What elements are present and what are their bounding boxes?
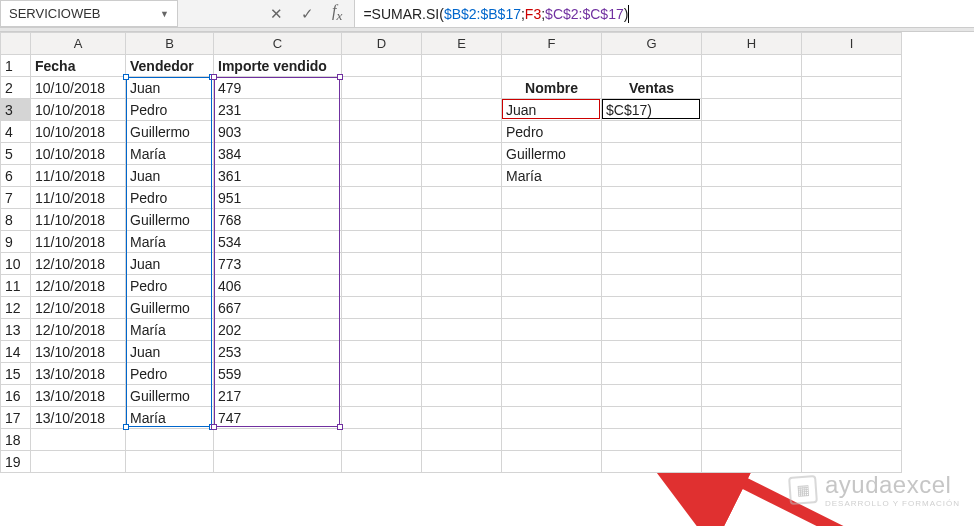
cell-B9[interactable]: María — [126, 231, 214, 253]
cell-F13[interactable] — [502, 319, 602, 341]
cell-A9[interactable]: 11/10/2018 — [31, 231, 126, 253]
cell-H15[interactable] — [702, 363, 802, 385]
cell-F8[interactable] — [502, 209, 602, 231]
cell-E16[interactable] — [422, 385, 502, 407]
cell-F9[interactable] — [502, 231, 602, 253]
cell-I15[interactable] — [802, 363, 902, 385]
col-header-H[interactable]: H — [702, 33, 802, 55]
cell-H19[interactable] — [702, 451, 802, 473]
cell-C11[interactable]: 406 — [214, 275, 342, 297]
cell-G5[interactable] — [602, 143, 702, 165]
col-header-I[interactable]: I — [802, 33, 902, 55]
row-header-7[interactable]: 7 — [1, 187, 31, 209]
cell-D19[interactable] — [342, 451, 422, 473]
cell-D12[interactable] — [342, 297, 422, 319]
cell-D4[interactable] — [342, 121, 422, 143]
cell-G19[interactable] — [602, 451, 702, 473]
cell-A1[interactable]: Fecha — [31, 55, 126, 77]
cell-C16[interactable]: 217 — [214, 385, 342, 407]
cell-C8[interactable]: 768 — [214, 209, 342, 231]
cell-A18[interactable] — [31, 429, 126, 451]
col-header-B[interactable]: B — [126, 33, 214, 55]
cell-F17[interactable] — [502, 407, 602, 429]
cell-E1[interactable] — [422, 55, 502, 77]
cell-H4[interactable] — [702, 121, 802, 143]
cell-G12[interactable] — [602, 297, 702, 319]
cell-I1[interactable] — [802, 55, 902, 77]
cell-C19[interactable] — [214, 451, 342, 473]
cell-C7[interactable]: 951 — [214, 187, 342, 209]
row-header-2[interactable]: 2 — [1, 77, 31, 99]
cell-A3[interactable]: 10/10/2018 — [31, 99, 126, 121]
cell-G7[interactable] — [602, 187, 702, 209]
spreadsheet-grid[interactable]: A B C D E F G H I 1FechaVendedorImporte … — [0, 32, 974, 473]
cell-H9[interactable] — [702, 231, 802, 253]
cell-B2[interactable]: Juan — [126, 77, 214, 99]
cell-C2[interactable]: 479 — [214, 77, 342, 99]
cell-I14[interactable] — [802, 341, 902, 363]
cell-E18[interactable] — [422, 429, 502, 451]
cell-A7[interactable]: 11/10/2018 — [31, 187, 126, 209]
cell-D6[interactable] — [342, 165, 422, 187]
cell-F15[interactable] — [502, 363, 602, 385]
cell-I18[interactable] — [802, 429, 902, 451]
cell-I6[interactable] — [802, 165, 902, 187]
cell-B12[interactable]: Guillermo — [126, 297, 214, 319]
cell-D8[interactable] — [342, 209, 422, 231]
cell-E5[interactable] — [422, 143, 502, 165]
cell-C6[interactable]: 361 — [214, 165, 342, 187]
row-header-17[interactable]: 17 — [1, 407, 31, 429]
cell-A12[interactable]: 12/10/2018 — [31, 297, 126, 319]
col-header-E[interactable]: E — [422, 33, 502, 55]
cell-G15[interactable] — [602, 363, 702, 385]
cell-G8[interactable] — [602, 209, 702, 231]
cell-I19[interactable] — [802, 451, 902, 473]
cell-I4[interactable] — [802, 121, 902, 143]
cell-G6[interactable] — [602, 165, 702, 187]
cell-G16[interactable] — [602, 385, 702, 407]
cell-H11[interactable] — [702, 275, 802, 297]
cell-I11[interactable] — [802, 275, 902, 297]
col-header-D[interactable]: D — [342, 33, 422, 55]
cell-E9[interactable] — [422, 231, 502, 253]
cell-F3[interactable]: Juan — [502, 99, 602, 121]
cell-C18[interactable] — [214, 429, 342, 451]
cell-G10[interactable] — [602, 253, 702, 275]
cell-F4[interactable]: Pedro — [502, 121, 602, 143]
cell-A17[interactable]: 13/10/2018 — [31, 407, 126, 429]
cell-A19[interactable] — [31, 451, 126, 473]
cell-D9[interactable] — [342, 231, 422, 253]
cell-E2[interactable] — [422, 77, 502, 99]
cell-H1[interactable] — [702, 55, 802, 77]
row-header-8[interactable]: 8 — [1, 209, 31, 231]
cell-H10[interactable] — [702, 253, 802, 275]
cell-B4[interactable]: Guillermo — [126, 121, 214, 143]
cell-A11[interactable]: 12/10/2018 — [31, 275, 126, 297]
cell-H14[interactable] — [702, 341, 802, 363]
cell-H6[interactable] — [702, 165, 802, 187]
cell-H2[interactable] — [702, 77, 802, 99]
cell-B19[interactable] — [126, 451, 214, 473]
row-header-5[interactable]: 5 — [1, 143, 31, 165]
row-header-12[interactable]: 12 — [1, 297, 31, 319]
cell-B5[interactable]: María — [126, 143, 214, 165]
cell-D11[interactable] — [342, 275, 422, 297]
cell-G9[interactable] — [602, 231, 702, 253]
cell-C12[interactable]: 667 — [214, 297, 342, 319]
cell-C4[interactable]: 903 — [214, 121, 342, 143]
cell-D17[interactable] — [342, 407, 422, 429]
cell-C17[interactable]: 747 — [214, 407, 342, 429]
cell-I2[interactable] — [802, 77, 902, 99]
cell-F1[interactable] — [502, 55, 602, 77]
cell-B8[interactable]: Guillermo — [126, 209, 214, 231]
cell-H16[interactable] — [702, 385, 802, 407]
cell-B6[interactable]: Juan — [126, 165, 214, 187]
cell-B17[interactable]: María — [126, 407, 214, 429]
cell-G14[interactable] — [602, 341, 702, 363]
fx-icon[interactable]: fx — [332, 2, 342, 24]
cell-A6[interactable]: 11/10/2018 — [31, 165, 126, 187]
row-header-13[interactable]: 13 — [1, 319, 31, 341]
cell-D14[interactable] — [342, 341, 422, 363]
cell-E14[interactable] — [422, 341, 502, 363]
cell-F19[interactable] — [502, 451, 602, 473]
